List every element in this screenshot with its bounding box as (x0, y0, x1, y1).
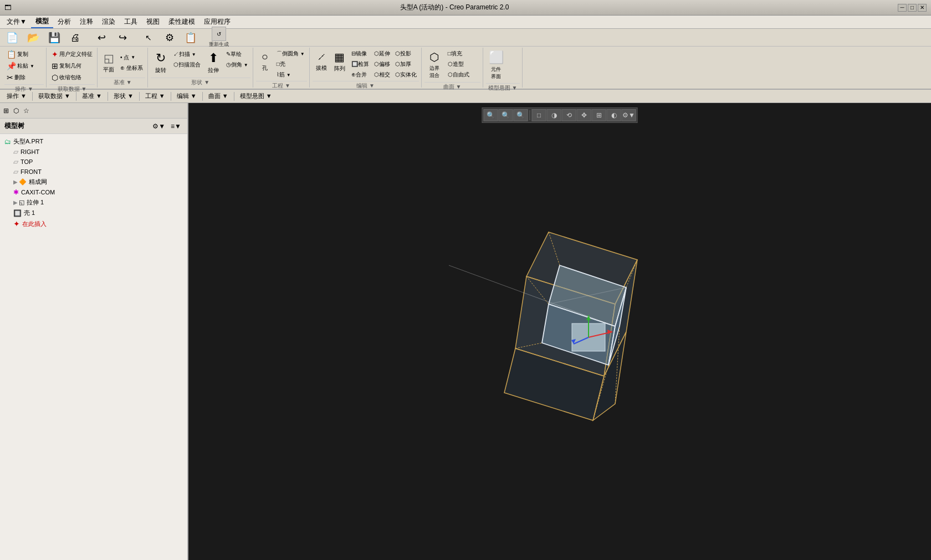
draft-btn[interactable]: ⟋ 拔模 (313, 49, 330, 74)
zoom-out-btn[interactable]: 🔍 (499, 109, 513, 121)
paste-btn[interactable]: 📌粘贴▼ (4, 60, 37, 71)
project-btn[interactable]: ⬡投影 (393, 49, 419, 59)
settings-button[interactable]: ⚙ (160, 31, 180, 44)
freestyle-btn[interactable]: ⬡自由式 (446, 70, 472, 80)
plane-btn[interactable]: ◱ 平面 (100, 50, 117, 75)
offset-btn[interactable]: ⬡偏移 (372, 59, 392, 69)
tree-item-top[interactable]: ▱ TOP (0, 157, 187, 167)
zoom-in-btn[interactable]: 🔍 (514, 109, 528, 121)
icon-grid[interactable]: ⊞ (2, 106, 10, 116)
shell-btn[interactable]: □壳 (274, 59, 307, 69)
chamfer-btn[interactable]: ◷倒角▼ (224, 60, 250, 70)
view-settings-btn[interactable]: ⚙▼ (622, 109, 636, 121)
point-btn[interactable]: • 点▼ (118, 53, 145, 63)
zoom-fit-btn[interactable]: 🔍 (484, 109, 498, 121)
ctx-operations[interactable]: 操作 ▼ (2, 91, 31, 101)
user-feature-btn[interactable]: ✦用户定义特征 (49, 49, 95, 60)
check-btn[interactable]: 🔲检算 (349, 59, 371, 69)
extend-btn[interactable]: ⬡延伸 (372, 49, 392, 59)
menu-flexible[interactable]: 柔性建模 (164, 16, 200, 28)
ctx-datum[interactable]: 基准 ▼ (78, 91, 106, 101)
tree-item-shell1[interactable]: 🔲 壳 1 (0, 208, 187, 218)
menu-analysis[interactable]: 分析 (53, 16, 75, 28)
view-half-btn[interactable]: ◑ (547, 109, 561, 121)
menu-apps[interactable]: 应用程序 (200, 16, 235, 28)
pattern-btn[interactable]: ▦ 阵列 (331, 49, 349, 74)
solidify-btn[interactable]: ⬡实体化 (393, 70, 419, 80)
redo-button[interactable]: ↪ (112, 31, 132, 44)
copy-geo-btn[interactable]: ⊞复制几何 (49, 60, 95, 71)
menu-file[interactable]: 文件▼ (2, 16, 31, 28)
tree-item-extrude1[interactable]: ▶ ◱ 拉伸 1 (0, 197, 187, 208)
menu-view[interactable]: 视图 (142, 16, 164, 28)
menu-tools[interactable]: 工具 (120, 16, 142, 28)
ctx-shapes[interactable]: 形状 ▼ (109, 91, 138, 101)
maximize-button[interactable]: □ (908, 4, 917, 12)
undo-button[interactable]: ↩ (91, 31, 111, 44)
minimize-button[interactable]: ─ (898, 4, 907, 12)
datum-label: 基准 ▼ (100, 78, 145, 86)
component-interface-btn[interactable]: ⬜ 元件界面 (486, 49, 507, 82)
tree-item-front[interactable]: ▱ FRONT (0, 167, 187, 177)
merge-btn[interactable]: ⊕合并 (349, 70, 371, 80)
save-button[interactable]: 💾 (44, 31, 64, 44)
ctx-getdata[interactable]: 获取数据 ▼ (34, 91, 75, 101)
tree-item-root[interactable]: 🗂 头型A.PRT (0, 136, 187, 147)
model-tree-controls[interactable]: ⚙▼ ≡▼ (151, 122, 183, 131)
view-box-btn[interactable]: □ (532, 109, 546, 121)
fillet-btn[interactable]: ⌒倒圆角▼ (274, 49, 307, 59)
view-pan-btn[interactable]: ✥ (577, 109, 591, 121)
ctx-surface[interactable]: 曲面 ▼ (204, 91, 233, 101)
copy-btn[interactable]: 📋复制 (4, 49, 37, 60)
view-orient-btn[interactable]: ⊞ (592, 109, 606, 121)
delete-btn[interactable]: ✂删除 (4, 72, 37, 83)
window-controls[interactable]: ─ □ ✕ (898, 4, 927, 12)
sweep-blend-btn[interactable]: ⬡扫描混合 (171, 60, 203, 70)
new-button[interactable]: 📄 (2, 31, 22, 44)
icon-star[interactable]: ☆ (22, 106, 30, 116)
tree-columns-btn[interactable]: ≡▼ (169, 122, 183, 131)
mirror-btn[interactable]: ⊟镜像 (349, 49, 371, 59)
regenerate-icon[interactable]: ↺ (212, 27, 226, 41)
view-rotate-btn[interactable]: ⟲ (562, 109, 576, 121)
copy2-button[interactable]: 📋 (181, 31, 201, 44)
select-button[interactable]: ↖ (139, 32, 158, 44)
sweep-btn[interactable]: ↙扫描▼ (171, 49, 203, 59)
open-button[interactable]: 📂 (23, 31, 43, 44)
tree-item-right[interactable]: ▱ RIGHT (0, 147, 187, 157)
boundary-blend-btn[interactable]: ⬡ 边界混合 (424, 49, 444, 81)
rotate-btn[interactable]: ↻ 旋转 (151, 49, 171, 76)
fill-btn[interactable]: □填充 (446, 49, 472, 59)
model-tree: 🗂 头型A.PRT ▱ RIGHT ▱ TOP ▱ FRONT ▶ 🔶 (0, 134, 187, 560)
style-btn[interactable]: ⬡造型 (446, 59, 472, 69)
coords-btn[interactable]: ⊕ 坐标系 (118, 63, 145, 73)
tree-settings-btn[interactable]: ⚙▼ (151, 122, 167, 131)
close-button[interactable]: ✕ (918, 4, 927, 12)
menu-render[interactable]: 渲染 (98, 16, 120, 28)
editing-label: 编辑 ▼ (313, 81, 419, 90)
menu-model[interactable]: 模型 (31, 16, 53, 28)
tree-item-caxit[interactable]: ✱ CAXIT-COM (0, 187, 187, 197)
shrink-wrap-btn[interactable]: ⬡收缩包络 (49, 72, 95, 83)
hole-btn[interactable]: ○ 孔 (256, 49, 274, 74)
tree-item-insert[interactable]: ✦ 在此插入 (0, 218, 187, 229)
ctx-editing[interactable]: 编辑 ▼ (172, 91, 201, 101)
context-toolbar: 操作 ▼ 获取数据 ▼ 基准 ▼ 形状 ▼ 工程 ▼ 编辑 ▼ 曲面 ▼ 模型悬… (0, 90, 931, 103)
tree-item-mesh[interactable]: ▶ 🔶 精成网 (0, 177, 187, 187)
modelview-label: 模型悬图 ▼ (486, 83, 520, 92)
print-button[interactable]: 🖨 (65, 31, 85, 44)
thicken-btn[interactable]: ⬡加厚 (393, 59, 419, 69)
intersect-btn[interactable]: ⬡相交 (372, 70, 392, 80)
rib-btn[interactable]: ⌇筋▼ (274, 70, 307, 80)
3d-model-svg (449, 215, 671, 448)
left-panel: ⊞ ⬡ ☆ 模型树 ⚙▼ ≡▼ 🗂 头型A.PRT ▱ RIGHT (0, 103, 188, 560)
sketch-btn[interactable]: ✎草绘 (224, 49, 250, 59)
icon-layers[interactable]: ⬡ (12, 106, 20, 116)
menu-annotation[interactable]: 注释 (75, 16, 98, 28)
ctx-modelview[interactable]: 模型悬图 ▼ (236, 91, 277, 101)
view-shading-btn[interactable]: ◐ (607, 109, 621, 121)
ctx-engineering[interactable]: 工程 ▼ (141, 91, 170, 101)
extrude-btn[interactable]: ⬆ 拉伸 (203, 49, 223, 76)
panel-tabs: ⊞ ⬡ ☆ (0, 103, 187, 119)
viewport[interactable]: 🔍 🔍 🔍 □ ◑ ⟲ ✥ ⊞ ◐ ⚙▼ (188, 103, 931, 560)
